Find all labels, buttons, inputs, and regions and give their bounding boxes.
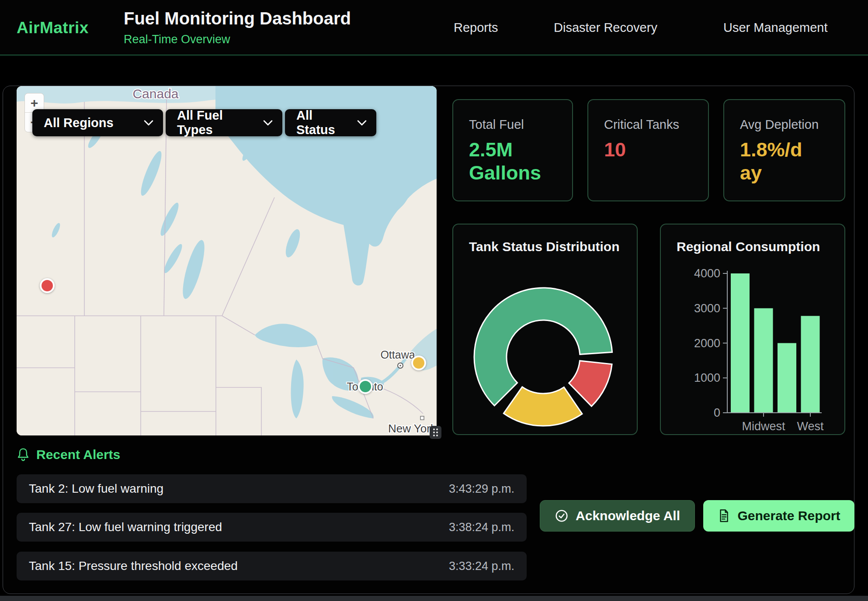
nav-user-management[interactable]: User Management (723, 0, 828, 55)
bar-West (801, 316, 820, 413)
chevron-down-icon (144, 120, 153, 126)
y-tick-label: 4000 (694, 267, 720, 280)
bar-chart: 01000200030004000MidwestWest (661, 225, 846, 436)
page-subtitle: Real-Time Overview (124, 33, 351, 46)
file-text-icon (717, 509, 730, 523)
stat-value: 10 (604, 138, 692, 161)
stat-label: Avg Depletion (740, 117, 829, 132)
x-tick-label: West (797, 420, 824, 433)
fuel-map[interactable]: Canada Ottawa Toronto New York (17, 86, 437, 435)
alert-time: 3:38:24 p.m. (449, 521, 514, 534)
fuel-type-filter-dropdown[interactable]: All Fuel Types (166, 109, 282, 136)
city-dot-ottawa (398, 363, 403, 368)
city-dot-new-york (420, 416, 424, 420)
y-tick-label: 2000 (694, 337, 720, 350)
x-tick-label: Midwest (742, 420, 785, 433)
nav-reports[interactable]: Reports (454, 0, 498, 55)
stat-label: Total Fuel (469, 117, 556, 132)
alert-text: Tank 15: Pressure threshold exceeded (29, 559, 238, 573)
stat-card-critical-tanks: Critical Tanks 10 (587, 99, 709, 201)
map-label-country: Canada (132, 86, 178, 101)
stat-value: 1.8%/day (740, 138, 806, 184)
stat-card-avg-depletion: Avg Depletion 1.8%/day (723, 99, 845, 201)
alert-time: 3:33:24 p.m. (449, 560, 514, 573)
generate-report-button[interactable]: Generate Report (703, 500, 854, 532)
header: AirMatrix Fuel Monitoring Dashboard Real… (0, 0, 868, 55)
page-title: Fuel Monitoring Dashboard (124, 9, 351, 28)
alert-time: 3:43:29 p.m. (449, 482, 514, 496)
map-drag-handle-icon[interactable] (430, 426, 441, 439)
region-filter-dropdown[interactable]: All Regions (32, 109, 163, 136)
y-tick-label: 1000 (694, 371, 720, 384)
map-filters: All Regions All Fuel Types All Status (32, 109, 376, 136)
chevron-down-icon (263, 120, 273, 126)
y-tick-label: 3000 (694, 302, 720, 315)
bar-Midwest (754, 308, 773, 413)
stat-label: Critical Tanks (604, 117, 692, 132)
tank-marker-warning[interactable] (411, 356, 426, 370)
y-tick-label: 0 (714, 406, 720, 419)
donut-chart (453, 225, 639, 436)
alert-row[interactable]: Tank 15: Pressure threshold exceeded3:33… (17, 552, 527, 580)
map-canvas: Canada Ottawa Toronto New York (17, 86, 437, 435)
tank-marker-normal[interactable] (358, 379, 373, 394)
app-logo: AirMatrix (17, 0, 89, 55)
alert-row[interactable]: Tank 27: Low fuel warning triggered3:38:… (17, 513, 527, 542)
status-filter-dropdown[interactable]: All Status (285, 109, 376, 136)
bar-region-3 (778, 343, 796, 413)
donut-segment-critical (569, 361, 612, 406)
nav-disaster-recovery[interactable]: Disaster Recovery (554, 0, 657, 55)
recent-alerts-title: Recent Alerts (36, 447, 120, 462)
donut-segment-warning (503, 387, 582, 426)
bell-icon (17, 447, 30, 462)
check-circle-icon (555, 509, 569, 523)
regional-consumption-card: Regional Consumption 01000200030004000Mi… (660, 224, 845, 435)
alert-row[interactable]: Tank 2: Low fuel warning3:43:29 p.m. (17, 474, 527, 503)
map-label-ottawa: Ottawa (380, 349, 415, 361)
acknowledge-all-button[interactable]: Acknowledge All (540, 500, 695, 532)
tank-marker-critical[interactable] (40, 278, 55, 293)
stat-card-total-fuel: Total Fuel 2.5M Gallons (452, 99, 573, 201)
chevron-down-icon (357, 120, 367, 126)
stat-value: 2.5M Gallons (469, 138, 556, 184)
tank-status-donut-card: Tank Status Distribution (452, 224, 638, 435)
bottom-scrollbar[interactable] (0, 596, 868, 601)
alert-text: Tank 2: Low fuel warning (29, 482, 163, 496)
alert-text: Tank 27: Low fuel warning triggered (29, 520, 222, 534)
bar-region-1 (731, 273, 750, 413)
